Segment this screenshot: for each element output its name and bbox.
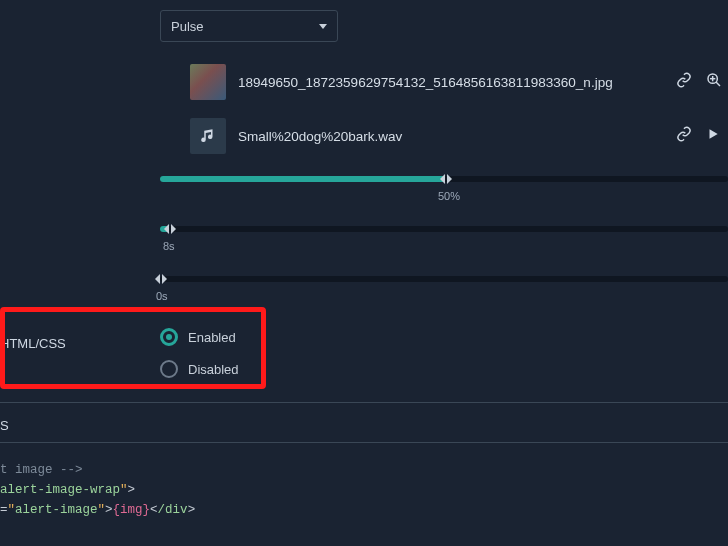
s-label: S [0,418,9,433]
volume-slider-handle[interactable] [438,171,454,187]
audio-file-name: Small%20dog%20bark.wav [238,129,402,144]
code-comment: t image --> [0,463,83,477]
htmlcss-radio-group: Enabled Disabled [160,324,239,382]
code-eq: = [0,503,8,517]
zoom-icon[interactable] [706,72,722,88]
audio-thumbnail [190,118,226,154]
link-icon[interactable] [676,126,692,142]
radio-enabled[interactable]: Enabled [160,324,239,350]
dropdown-selected-label: Pulse [171,19,204,34]
image-file-name: 18949650_1872359629754132_51648561638119… [238,75,613,90]
duration-slider-handle[interactable] [162,221,178,237]
duration-slider-value: 8s [163,240,175,252]
duration-slider-track[interactable] [160,226,728,232]
code-cls-1: alert-image-wrap [0,483,120,497]
volume-slider-fill [160,176,444,182]
code-editor-content: t image --> alert-image-wrap"> ="alert-i… [0,460,195,520]
image-file-actions [676,72,722,88]
chevron-down-icon [319,24,327,29]
audio-file-actions [676,126,720,142]
radio-disabled[interactable]: Disabled [160,356,239,382]
delay-slider-value: 0s [156,290,168,302]
section-divider [0,442,728,443]
volume-slider-value: 50% [438,190,460,202]
radio-circle-icon [160,360,178,378]
code-divclose: /div [158,503,188,517]
code-cls-2: alert-image [15,503,98,517]
svg-line-1 [716,82,720,86]
image-thumbnail [190,64,226,100]
radio-dot-icon [160,328,178,346]
delay-slider-track[interactable] [160,276,728,282]
radio-enabled-label: Enabled [188,330,236,345]
animation-dropdown[interactable]: Pulse [160,10,338,42]
code-var: {img} [113,503,151,517]
audio-file-row: Small%20dog%20bark.wav [190,118,402,154]
link-icon[interactable] [676,72,692,88]
play-icon[interactable] [706,127,720,141]
delay-slider-handle[interactable] [153,271,169,287]
radio-disabled-label: Disabled [188,362,239,377]
image-file-row: 18949650_1872359629754132_51648561638119… [190,64,613,100]
htmlcss-label: HTML/CSS [0,336,66,351]
section-divider [0,402,728,403]
